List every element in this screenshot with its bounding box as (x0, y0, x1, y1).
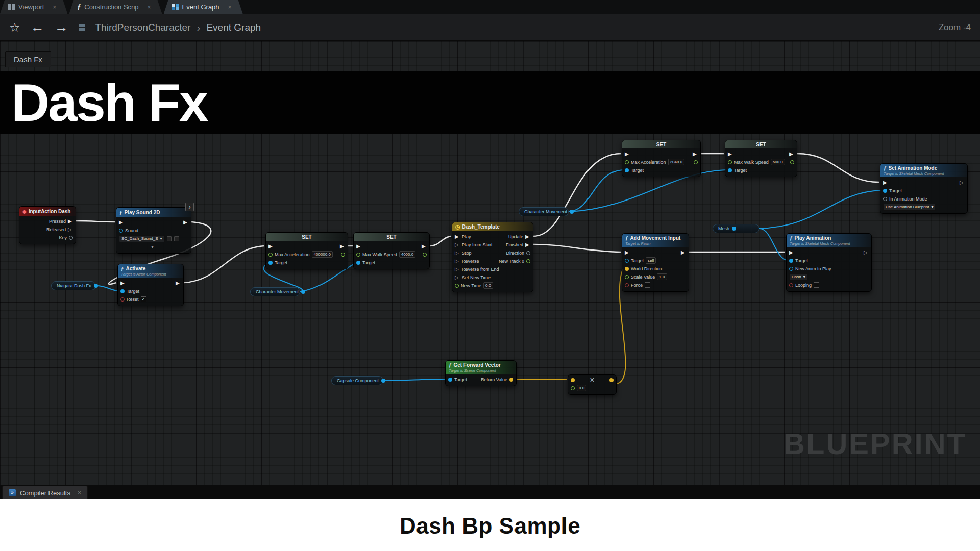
target-value[interactable]: self (646, 257, 656, 264)
value-pin[interactable] (728, 160, 732, 164)
variable-character-movement[interactable]: Character Movement (250, 287, 300, 296)
close-icon[interactable]: × (78, 489, 81, 496)
sound-asset-dropdown[interactable]: SC_Dash_Sound_S ▾ (119, 235, 165, 242)
return-value-pin[interactable] (509, 378, 513, 382)
exec-out-pin[interactable]: ▶ (681, 250, 686, 255)
exec-out-pin[interactable]: ▶ (693, 152, 698, 157)
node-get-forward-vector[interactable]: ƒGet Forward Vector Target is Scene Comp… (445, 360, 517, 386)
wire-exec[interactable] (76, 221, 115, 222)
world-direction-pin[interactable] (625, 267, 629, 271)
exec-in-pin[interactable]: ▶ (120, 281, 126, 286)
multiply-b-pin[interactable] (571, 386, 575, 390)
exec-out-pin[interactable]: ▶ (422, 244, 427, 249)
exec-in-pin[interactable]: ▶ (119, 220, 124, 225)
output-pin[interactable] (94, 284, 98, 288)
value-field[interactable]: 400000.0 (312, 251, 333, 258)
exec-in-pin[interactable]: ▶ (268, 244, 274, 249)
exec-out-pin[interactable]: ▶ (183, 220, 188, 225)
target-pin[interactable] (883, 189, 887, 193)
target-pin[interactable] (625, 168, 629, 172)
new-track-pin[interactable] (526, 259, 530, 263)
tab-construction-script[interactable]: ƒ Construction Scrip × (69, 0, 162, 14)
event-graph-canvas[interactable]: Dash Fx Dash Fx BLUEPRINT ◈ InputAction … (0, 41, 980, 485)
variable-character-movement[interactable]: Character Movement (519, 207, 569, 216)
browse-asset-icon[interactable] (174, 236, 179, 241)
value-field[interactable]: 600.0 (771, 159, 785, 165)
animation-mode-pin[interactable] (883, 197, 887, 201)
value-pin[interactable] (268, 253, 273, 257)
target-pin[interactable] (268, 261, 273, 265)
multiply-b-field[interactable]: 0.0 (577, 385, 586, 391)
looping-pin[interactable] (789, 283, 793, 287)
wire-exec[interactable] (797, 154, 879, 182)
reset-checkbox[interactable]: ✓ (141, 296, 146, 302)
scale-value-pin[interactable] (625, 275, 629, 279)
update-pin[interactable]: ▶ (525, 234, 530, 239)
output-pin[interactable] (732, 227, 736, 231)
node-activate[interactable]: ƒActivate Target is Actor Component ▶ ▶ … (117, 264, 184, 306)
new-time-pin[interactable] (455, 284, 459, 288)
value-pin[interactable] (625, 160, 629, 164)
exec-in-pin[interactable]: ▶ (356, 244, 361, 249)
node-set-max-acceleration-b[interactable]: SET ▶ ▶ Max Acceleration2048.0 Target (622, 140, 701, 177)
variable-niagara-dash-fx[interactable]: Niagara Dash Fx (51, 281, 96, 290)
variable-capsule-component[interactable]: Capsule Component (331, 376, 383, 385)
tab-event-graph[interactable]: Event Graph × (164, 0, 243, 14)
exec-out-pin[interactable]: ▶ (176, 281, 181, 286)
new-time-field[interactable]: 0.0 (483, 282, 493, 289)
reset-pin[interactable] (120, 297, 125, 302)
wire-exec[interactable] (533, 244, 621, 252)
node-add-movement-input[interactable]: ƒAdd Movement Input Target is Pawn ▶ ▶ T… (622, 233, 689, 292)
exec-out-pin[interactable]: ▶ (789, 152, 794, 157)
close-icon[interactable]: × (53, 4, 56, 11)
exec-out-pin[interactable]: ▶ (68, 219, 73, 224)
close-icon[interactable]: × (148, 4, 151, 11)
animation-mode-dropdown[interactable]: Use Animation Blueprint ▾ (883, 204, 936, 211)
direction-pin[interactable] (526, 251, 530, 255)
anim-asset-dropdown[interactable]: Dash ▾ (789, 273, 808, 281)
node-set-max-walk-speed-a[interactable]: SET ▶ ▶ Max Walk Speed4000.0 Target (353, 232, 430, 269)
wire-exec[interactable] (184, 246, 264, 283)
exec-in-pin[interactable]: ▶ (883, 180, 888, 185)
node-multiply[interactable]: × 0.0 (568, 374, 617, 395)
output-pin[interactable] (301, 290, 305, 294)
wire-object[interactable] (760, 229, 787, 260)
exec-out-pin[interactable]: ▷ (864, 250, 869, 255)
wire-object[interactable] (760, 190, 881, 229)
comment-banner[interactable]: Dash Fx (0, 71, 980, 134)
wire-object[interactable] (383, 379, 445, 381)
exec-out-pin[interactable]: ▷ (960, 180, 965, 185)
target-pin[interactable] (625, 259, 629, 263)
value-field[interactable]: 2048.0 (668, 159, 684, 165)
close-icon[interactable]: × (228, 4, 232, 11)
use-selected-asset-icon[interactable] (167, 236, 172, 241)
play-pin[interactable]: ▶ (455, 234, 460, 239)
wire-object[interactable] (569, 170, 623, 212)
breadcrumb-root[interactable]: ThirdPersonCharacter (95, 22, 191, 33)
value-field[interactable]: 4000.0 (399, 251, 415, 258)
stop-pin[interactable]: ▷ (455, 251, 460, 256)
node-set-animation-mode[interactable]: ƒSet Animation Mode Target is Skeletal M… (880, 163, 968, 214)
node-input-action-dash[interactable]: ◈ InputAction Dash Pressed▶ Released▷ Ke… (19, 206, 76, 244)
finished-pin[interactable]: ▶ (525, 242, 530, 247)
node-set-max-acceleration-a[interactable]: SET ▶ ▶ Max Acceleration400000.0 Target (265, 232, 348, 269)
scale-value-field[interactable]: 1.0 (657, 273, 667, 280)
target-pin[interactable] (356, 261, 360, 265)
multiply-out-pin[interactable] (609, 378, 614, 382)
exec-in-pin[interactable]: ▶ (789, 250, 794, 255)
sound-pin[interactable] (119, 229, 123, 233)
new-anim-pin[interactable] (789, 267, 793, 271)
wire-exec[interactable] (430, 236, 451, 246)
bookmark-star-icon[interactable]: ☆ (9, 20, 20, 35)
output-value-pin[interactable] (341, 253, 345, 257)
collapse-advanced-icon[interactable]: ▾ (151, 244, 156, 249)
tab-viewport[interactable]: Viewport × (0, 0, 67, 14)
play-from-start-pin[interactable]: ▷ (455, 242, 460, 247)
key-pin[interactable] (69, 236, 73, 240)
exec-in-pin[interactable]: ▶ (625, 250, 630, 255)
target-pin[interactable] (728, 168, 732, 172)
node-play-sound-2d[interactable]: ♪ ƒ Play Sound 2D ▶ ▶ Sound SC_Dash_Soun… (116, 207, 191, 254)
value-pin[interactable] (356, 253, 360, 257)
exec-in-pin[interactable]: ▶ (625, 152, 630, 157)
variable-mesh[interactable]: Mesh (713, 224, 760, 233)
